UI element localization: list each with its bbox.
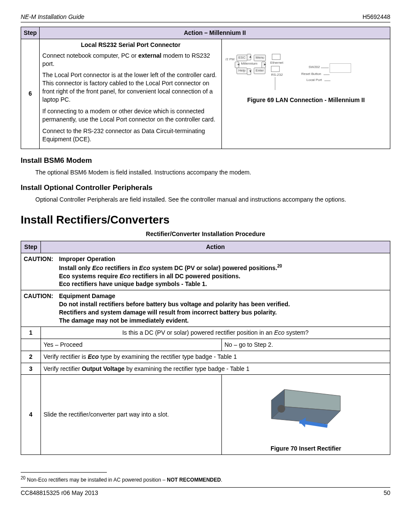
footnote-20: 20 Non-Eco rectifiers may be installed i… [21,475,390,483]
peripherals-heading: Install Optional Controller Peripherals [21,183,390,193]
rectifier-icon [263,385,349,432]
caution-1: CAUTION: Improper Operation Install only… [21,253,390,290]
col-step-2: Step [21,241,41,253]
step-1: 1 [21,327,41,339]
caution-2: CAUTION: Equipment Damage Do not install… [21,290,390,327]
page-header: NE-M Installation Guide H5692448 [21,13,390,22]
bsm6-body: The optional BSM6 Modem is field install… [35,168,390,177]
col-action: Action – Millennium II [40,27,390,39]
millennium-table: Step Action – Millennium II 6 Local RS23… [21,27,390,149]
col-action-2: Action [41,241,390,253]
footnote-rule [21,472,107,473]
cell-title: Local RS232 Serial Port Connector [42,41,219,49]
step-2: 2 [21,351,41,363]
p4: Connect to the RS-232 connector as Data … [42,127,219,143]
step-6-text: Local RS232 Serial Port Connector Connec… [40,39,222,149]
header-right: H5692448 [362,13,390,21]
peripherals-body: Optional Controller Peripherals are fiel… [35,196,390,204]
col-step: Step [21,27,40,39]
step-4: 4 [21,375,41,455]
page-footer: CC848815325 r06 May 2013 50 [21,487,390,497]
step-4-figure: Figure 70 Insert Rectifier [221,375,390,455]
footer-page: 50 [383,489,390,497]
step-6-figure: /2 PM ESC ▲ Menu Millennium ◄ ► Help ▼ E… [222,39,390,149]
step-blank [21,339,41,351]
rectifiers-heading: Install Rectifiers/Converters [21,212,390,227]
svg-point-4 [280,408,283,410]
fig69-caption: Figure 69 LAN Connection - Millennium II [224,96,387,104]
rectifier-image [224,376,387,441]
step-2-text: Verify rectifier is Eco type by examinin… [41,351,390,363]
footer-left: CC848815325 r06 May 2013 [21,489,98,497]
step-3: 3 [21,363,41,375]
header-left: NE-M Installation Guide [21,13,84,21]
step-6: 6 [21,39,40,149]
step-1-text: Is this a DC (PV or solar) powered recti… [41,327,390,339]
p1: Connect notebook computer, PC or externa… [42,52,219,68]
rectifier-table: Step Action CAUTION: Improper Operation … [21,241,390,455]
step-4-text: Slide the rectifier/converter part way i… [41,375,222,455]
rectifier-table-title: Rectifier/Converter Installation Procedu… [21,230,390,238]
lan-diagram: /2 PM ESC ▲ Menu Millennium ◄ ► Help ▼ E… [224,41,387,93]
step-3-text: Verify rectifier Output Voltage by exami… [41,363,390,375]
p2: The Local Port connector is at the lower… [42,71,219,104]
yes-proceed: Yes – Proceed [41,339,222,351]
p3: If connecting to a modem or other device… [42,107,219,124]
no-goto: No – go to Step 2. [221,339,390,351]
fig70-caption: Figure 70 Insert Rectifier [224,445,387,453]
bsm6-heading: Install BSM6 Modem [21,156,390,166]
